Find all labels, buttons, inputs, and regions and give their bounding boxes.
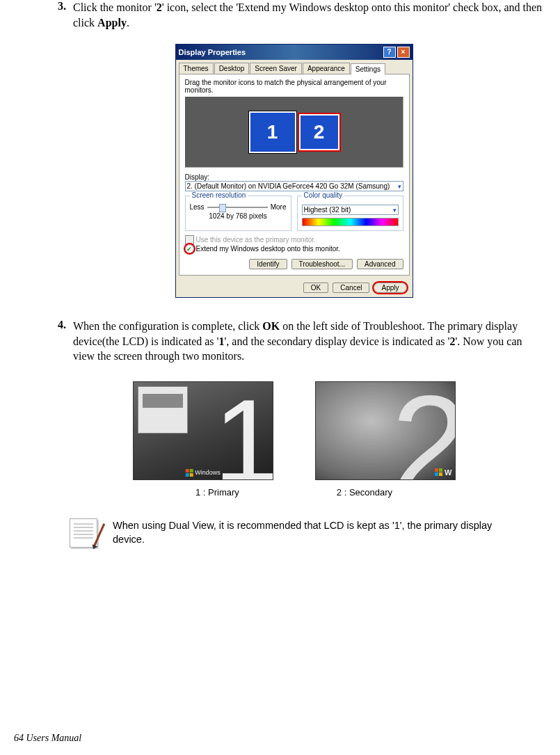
tab-desktop[interactable]: Desktop [214,63,250,74]
chevron-down-icon: ▾ [398,183,401,190]
tab-appearance[interactable]: Appearance [303,63,350,74]
thumb-captions: 1 : Primary 2 : Secondary [42,487,546,498]
monitor-arrangement[interactable]: 1 2 [185,97,403,168]
step-3-text: Click the monitor '2' icon, select the '… [73,0,546,30]
color-quality-value: Highest (32 bit) [304,206,351,214]
tab-settings[interactable]: Settings [351,63,385,74]
primary-monitor-checkbox-row: Use this device as the primary monitor. [185,235,403,244]
titlebar: Display Properties ? × [176,45,413,60]
step-4-number: 4. [42,319,73,364]
step-4: 4. When the configuration is complete, c… [42,319,546,364]
note-icon [70,518,102,550]
step-3-number: 3. [42,0,73,30]
windows-logo: W [435,468,451,477]
t: ', and the secondary display device is i… [224,335,449,347]
more-label: More [271,203,287,211]
mini-dialog-icon [138,386,188,434]
t: OK [262,320,280,332]
checkbox-label: Extend my Windows desktop onto this moni… [196,245,340,253]
t: Apply [97,17,127,29]
windows-logo: Windows [185,469,221,477]
windows-label: Windows [195,469,221,476]
drag-instruction: Drag the monitor icons to match the phys… [185,79,403,94]
figure-display-properties: Display Properties ? × Themes Desktop Sc… [42,44,546,298]
t: Click the monitor ' [73,1,157,13]
note-text: When using Dual View, it is recommended … [113,518,518,550]
slider-thumb[interactable] [219,204,226,212]
less-label: Less [190,203,205,211]
window-title: Display Properties [179,48,246,56]
checkbox-icon [185,235,194,244]
t: When the configuration is complete, clic… [73,320,262,332]
color-preview [302,218,399,226]
cancel-button[interactable]: Cancel [333,283,369,293]
resolution-value: 1024 by 768 pixels [190,212,287,220]
tabs: Themes Desktop Screen Saver Appearance S… [176,60,413,74]
monitor-1-icon[interactable]: 1 [249,111,296,153]
windows-flag-icon [185,469,193,477]
troubleshoot-button[interactable]: Troubleshoot... [291,259,353,269]
screen-resolution-group: Screen resolution Less More 1024 by 768 … [185,196,291,231]
big-number-2: 2 [391,381,455,480]
group-title: Color quality [302,191,345,199]
extend-desktop-checkbox-row[interactable]: ✔ Extend my Windows desktop onto this mo… [185,244,403,253]
checkbox-icon[interactable]: ✔ [185,244,194,253]
page-footer: 64 Users Manual [14,733,81,744]
help-icon[interactable]: ? [383,47,396,58]
chevron-down-icon: ▾ [393,207,397,214]
note-block: When using Dual View, it is recommended … [70,518,518,550]
monitor-2-icon[interactable]: 2 [299,114,339,150]
color-quality-select[interactable]: Highest (32 bit) ▾ [302,205,399,215]
tab-body: Drag the monitor icons to match the phys… [179,74,410,276]
step-4-text: When the configuration is complete, clic… [73,319,546,364]
big-number-1: 1 [214,382,273,480]
t: 2 [157,1,162,13]
identify-button[interactable]: Identify [249,259,287,269]
thumb-primary: 1 Windows [133,381,273,480]
advanced-button[interactable]: Advanced [357,259,403,269]
checkbox-label: Use this device as the primary monitor. [196,236,316,244]
t: . [127,17,129,29]
display-value: 2. (Default Monitor) on NVIDIA GeForce4 … [187,182,390,190]
resolution-slider[interactable]: Less More [190,203,287,211]
display-select[interactable]: 2. (Default Monitor) on NVIDIA GeForce4 … [185,181,403,191]
caption-primary: 1 : Primary [195,487,239,498]
ok-button[interactable]: OK [303,283,328,293]
display-properties-window: Display Properties ? × Themes Desktop Sc… [175,44,413,298]
close-icon[interactable]: × [397,47,410,58]
step-3: 3. Click the monitor '2' icon, select th… [42,0,546,30]
figure-dual-monitors: 1 Windows 2 W [42,381,546,480]
tab-themes[interactable]: Themes [179,63,214,74]
apply-button[interactable]: Apply [374,283,406,293]
display-label: Display: [185,173,403,181]
group-title: Screen resolution [190,191,248,199]
color-quality-group: Color quality Highest (32 bit) ▾ [297,196,403,231]
tab-screensaver[interactable]: Screen Saver [250,63,302,74]
windows-flag-icon [435,468,442,476]
caption-secondary: 2 : Secondary [337,487,392,498]
thumb-secondary: 2 W [315,381,456,480]
